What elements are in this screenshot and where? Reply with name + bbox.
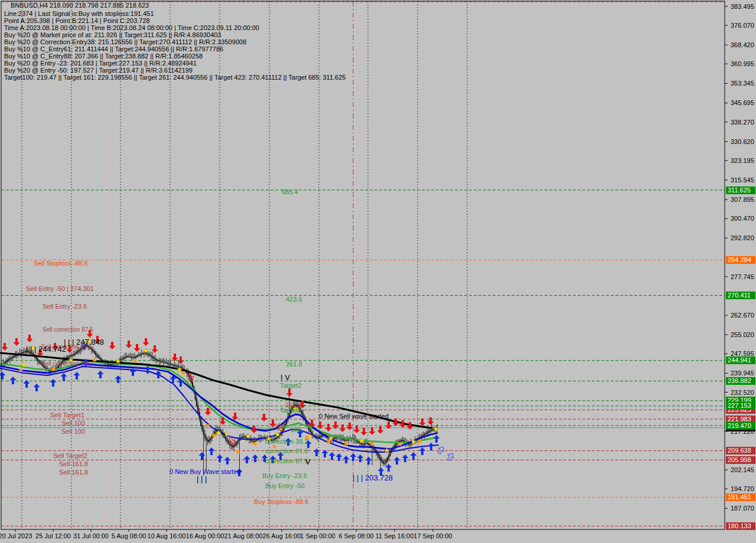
chart-annotation: 261.8 [286,361,302,368]
price-axis-label: 345.695 [731,99,754,106]
cross-signal-icon: ✖ [236,449,240,455]
info-line: Buy %20 @ Entry -50: 197.527 | Target:21… [4,67,193,74]
cross-signal-icon: ✖ [181,370,185,376]
info-line: Buy %20 @ Correction Entry38: 215.126556… [4,38,246,45]
price-badge: 219.470 [726,422,755,430]
sell-arrow-icon [340,424,346,432]
buy-arrow-icon [24,380,30,388]
hollow-arrow-icon [436,445,446,455]
time-axis-label: 31 Jul 00:00 [73,532,109,539]
chart-annotation: Buy Entry -50 [265,482,305,489]
info-line: Line:2374 | Last Signal is:Buy with stop… [4,10,154,17]
buy-arrow-icon [224,457,231,465]
price-axis-label: 255.020 [731,331,754,338]
star-signal-icon: ★ [216,428,222,437]
sell-arrow-icon [14,338,20,346]
buy-arrow-icon [366,457,372,465]
chart-annotation: 100 [291,426,301,433]
chart-annotation: 0 New Sell wave started [319,413,389,420]
price-badge: 191.451 [726,493,755,501]
price-axis-label: 307.895 [731,196,754,203]
price-axis-label: 383.495 [731,3,754,10]
cross-signal-icon: ✖ [211,433,216,439]
chart-annotation: Target2 [280,382,302,389]
chart-annotation: Sell Entry -23.6 [43,303,87,310]
sell-arrow-icon [428,417,434,425]
buy-arrow-icon [343,456,350,463]
cross-signal-icon: ✖ [92,357,97,363]
price-badge: 180.133 [726,522,755,530]
price-axis-label: 239.945 [731,369,754,377]
time-axis-label: 16 Aug 00:00 [186,532,224,539]
sell-arrow-icon [419,418,426,426]
price-chart-canvas[interactable]: ★★★★★★★★★★★★★★★★★★★✖✖✖✖✖✖✖✖✖✖✖✖✖✖✖✖ [0,0,756,543]
chart-annotation: Sell Entry -50 | 274.301 [26,285,94,292]
chart-annotation: I V [281,374,290,382]
chart-annotation: Target1 [280,407,302,414]
sell-arrow-icon [2,343,8,351]
sell-arrow-icon [205,408,211,416]
buy-arrow-icon [357,454,364,462]
info-line: Buy %20 @ Market price of at: 211.926 ||… [4,31,221,38]
chart-annotation: V [82,344,86,351]
price-badge: 244.941 [726,356,755,364]
price-axis-label: 187.070 [731,505,754,512]
sell-arrow-icon [109,342,116,349]
chart-annotation: Sell correction 38.2 [41,361,92,367]
sell-arrow-icon [354,426,360,433]
cross-signal-icon: ✖ [18,368,23,374]
buy-arrow-icon [410,452,417,460]
buy-arrow-icon [199,452,206,460]
price-badge: 311.625 [726,187,755,194]
star-signal-icon: ★ [275,430,281,439]
price-badge: 205.998 [726,456,755,464]
sell-arrow-icon [134,344,141,352]
chart-annotation: correction 61.8 [265,447,308,454]
info-line: Buy %10 @ C_Entry88: 207.366 || Target:2… [4,53,203,60]
info-line: Time A:2023.08.18 00:00:00 | Time B:2023… [4,24,259,31]
price-axis-label: 338.270 [731,119,754,126]
price-axis-label: 330.620 [731,138,754,145]
chart-annotation: Buy Entry -23.6 [262,472,307,479]
chart-annotation: 423.6 [286,296,302,303]
time-axis-label: 25 Jul 12:00 [35,532,71,539]
sell-arrow-icon [143,338,149,346]
price-axis-label: 262.670 [731,312,754,319]
price-axis-label: 202.145 [731,466,754,473]
buy-arrow-icon [434,435,440,443]
buy-arrow-icon [329,452,335,460]
time-axis-label: 11 Sep 16:00 [376,532,414,539]
info-line: Point A:205.398 | Point B:221.14 | Point… [4,17,150,24]
time-axis-label: 20 Jul 2023 [0,532,32,539]
chart-title: BNBUSD,H4 218.090 218.798 217.885 218.62… [11,2,149,9]
buy-arrow-icon [402,454,409,462]
ma-line-blue-slow [0,367,438,452]
chart-annotation: Sell Stoploss -88.6 [34,260,88,267]
star-signal-icon: ★ [115,357,122,365]
price-axis-label: 368.420 [731,41,754,48]
chart-annotation: Sell correction 87.5 [43,326,93,333]
sell-arrow-icon [347,423,353,430]
time-axis-label: 6 Sep 08:00 [338,532,373,539]
sell-arrow-icon [27,335,33,342]
star-signal-icon: ★ [384,446,390,454]
info-line: Buy %20 @ Entry -23: 201.683 | Target:22… [4,60,197,67]
buy-arrow-icon [145,366,151,374]
star-signal-icon: ★ [410,437,417,446]
cross-signal-icon: ✖ [397,441,402,447]
price-axis-label: 194.720 [731,485,754,492]
price-axis-label: 277.745 [731,273,754,280]
chart-annotation: Sell Target1 [50,411,84,418]
buy-arrow-icon [428,443,435,450]
cross-signal-icon: ✖ [344,441,348,447]
price-badge: 270.411 [726,292,755,299]
sell-arrow-icon [270,420,276,427]
cross-signal-icon: ✖ [132,358,137,364]
chart-annotation: correction 87.5 [265,457,308,465]
price-axis-label: 323.195 [731,157,754,164]
price-badge: 284.284 [726,256,755,264]
mt4-chart-window: ★★★★★★★★★★★★★★★★★★★✖✖✖✖✖✖✖✖✖✖✖✖✖✖✖✖ BNBU… [0,0,756,543]
sell-arrow-icon [126,341,132,348]
price-axis-label: 315.545 [731,176,754,184]
star-signal-icon: ★ [245,432,252,440]
